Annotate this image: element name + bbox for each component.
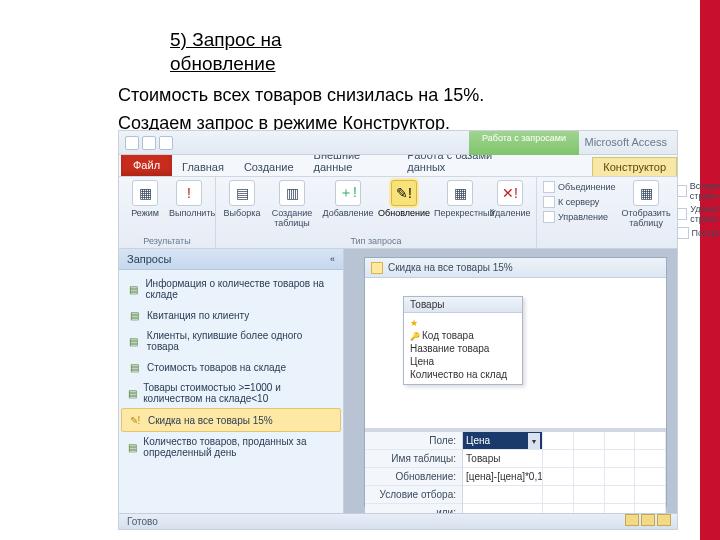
grid-label-update: Обновление:: [365, 468, 462, 486]
field-item[interactable]: Цена: [410, 355, 516, 368]
tab-design[interactable]: Конструктор: [592, 157, 677, 176]
qat-redo-icon[interactable]: [159, 136, 173, 150]
datasheet-view-icon[interactable]: [625, 514, 639, 526]
tab-home[interactable]: Главная: [172, 158, 234, 176]
titlebar: Работа с запросами Microsoft Access: [119, 131, 677, 155]
status-bar: Готово: [119, 513, 677, 529]
status-text: Готово: [127, 514, 158, 529]
insertrows-icon: [677, 185, 687, 197]
ribbon: ▦ Режим ! Выполнить Результаты ▤Выборка …: [119, 177, 677, 249]
slide-title-line2: обновление: [170, 52, 281, 76]
field-key[interactable]: Код товара: [410, 329, 516, 342]
design-area: Скидка на все товары 15% Товары Код това…: [344, 249, 677, 513]
collapse-chevron-icon[interactable]: «: [330, 254, 335, 264]
grid-column-empty[interactable]: [543, 432, 574, 513]
insert-rows-button[interactable]: Вставить строки: [677, 180, 720, 202]
grid-label-field: Поле:: [365, 432, 462, 450]
datadef-button[interactable]: Управление: [543, 210, 616, 224]
update-icon: ✎!: [391, 180, 417, 206]
builder-button[interactable]: Построитель: [677, 226, 720, 240]
query-grid: Поле: Имя таблицы: Обновление: Условие о…: [365, 428, 666, 513]
update-label: Обновление: [378, 208, 430, 218]
ribbon-group-query-setup: Объединение К серверу Управление ▦Отобра…: [537, 177, 720, 248]
field-item[interactable]: Название товара: [410, 342, 516, 355]
table-diagram-pane[interactable]: Товары Код товара Название товара Цена К…: [365, 278, 666, 428]
tab-file[interactable]: Файл: [121, 154, 172, 176]
select-query-icon: ▤: [127, 386, 137, 400]
view-button[interactable]: ▦ Режим: [125, 180, 165, 218]
run-label: Выполнить: [169, 208, 215, 218]
results-group-label: Результаты: [125, 235, 209, 246]
select-icon: ▤: [229, 180, 255, 206]
access-window: Работа с запросами Microsoft Access Файл…: [118, 130, 678, 530]
design-view-icon[interactable]: [657, 514, 671, 526]
qat-undo-icon[interactable]: [142, 136, 156, 150]
maketable-label: Создание таблицы: [272, 208, 313, 228]
ribbon-tabs: Файл Главная Создание Внешние данные Раб…: [119, 155, 677, 177]
builder-icon: [677, 227, 689, 239]
slide-red-accent: [700, 0, 720, 540]
query-window-title[interactable]: Скидка на все товары 15%: [365, 258, 666, 278]
crosstab-label: Перекрестный: [434, 208, 495, 218]
grid-or-cell[interactable]: [463, 504, 542, 513]
view-shortcuts: [625, 514, 677, 529]
grid-label-table: Имя таблицы:: [365, 450, 462, 468]
nav-header[interactable]: Запросы «: [119, 249, 343, 270]
grid-label-or: или:: [365, 504, 462, 513]
union-button[interactable]: Объединение: [543, 180, 616, 194]
deleterows-icon: [677, 208, 688, 220]
slide-title-line1: 5) Запрос на: [170, 28, 281, 52]
delete-icon: ✕!: [497, 180, 523, 206]
update-query-icon: [371, 262, 383, 274]
tab-create[interactable]: Создание: [234, 158, 304, 176]
slide-title: 5) Запрос на обновление: [170, 28, 281, 76]
query-item[interactable]: ▤Информация о количестве товаров на скла…: [121, 274, 341, 304]
field-star[interactable]: [410, 316, 516, 329]
append-query-button[interactable]: ＋!Добавление: [322, 180, 374, 218]
update-query-button[interactable]: ✎!Обновление: [378, 180, 430, 218]
query-design-window[interactable]: Скидка на все товары 15% Товары Код това…: [364, 257, 667, 507]
query-item[interactable]: ▤Стоимость товаров на складе: [121, 356, 341, 378]
query-item[interactable]: ▤Товары стоимостью >=1000 и количеством …: [121, 378, 341, 408]
qat-save-icon[interactable]: [125, 136, 139, 150]
run-icon: !: [176, 180, 202, 206]
crosstab-query-button[interactable]: ▦Перекрестный: [434, 180, 486, 218]
grid-column-empty[interactable]: [635, 432, 666, 513]
sql-view-icon[interactable]: [641, 514, 655, 526]
querytype-group-label: Тип запроса: [222, 235, 530, 246]
select-query-icon: ▤: [127, 308, 141, 322]
nav-header-text: Запросы: [127, 253, 171, 265]
show-table-button[interactable]: ▦Отобразить таблицу: [622, 180, 671, 246]
delete-rows-button[interactable]: Удалить строки: [677, 203, 720, 225]
query-item[interactable]: ▤Квитанция по клиенту: [121, 304, 341, 326]
passthrough-icon: [543, 196, 555, 208]
slide-subtitle-1: Стоимость всех товаров снизилась на 15%.: [118, 85, 484, 107]
table-box[interactable]: Товары Код товара Название товара Цена К…: [403, 296, 523, 385]
grid-label-criteria: Условие отбора:: [365, 486, 462, 504]
crosstab-icon: ▦: [447, 180, 473, 206]
grid-column-1[interactable]: Цена Товары [цена]-[цена]*0,15: [463, 432, 543, 513]
table-box-title[interactable]: Товары: [404, 297, 522, 313]
grid-update-cell[interactable]: [цена]-[цена]*0,15: [463, 468, 542, 486]
grid-criteria-cell[interactable]: [463, 486, 542, 504]
grid-columns: Цена Товары [цена]-[цена]*0,15: [463, 432, 666, 513]
contextual-tab-group: Работа с запросами: [469, 131, 579, 155]
select-query-icon: ▤: [127, 440, 137, 454]
maketable-query-button[interactable]: ▥Создание таблицы: [266, 180, 318, 228]
access-body: Запросы « ▤Информация о количестве товар…: [119, 249, 677, 513]
ribbon-group-query-type: ▤Выборка ▥Создание таблицы ＋!Добавление …: [216, 177, 537, 248]
grid-table-cell[interactable]: Товары: [463, 450, 542, 468]
query-item[interactable]: ▤Количество товаров, проданных за опреде…: [121, 432, 341, 462]
select-query-button[interactable]: ▤Выборка: [222, 180, 262, 218]
passthrough-button[interactable]: К серверу: [543, 195, 616, 209]
grid-column-empty[interactable]: [574, 432, 605, 513]
query-item[interactable]: ▤Клиенты, купившие более одного товара: [121, 326, 341, 356]
grid-field-cell[interactable]: Цена: [463, 432, 542, 450]
query-item-selected[interactable]: ✎!Скидка на все товары 15%: [121, 408, 341, 432]
grid-column-empty[interactable]: [605, 432, 636, 513]
run-button[interactable]: ! Выполнить: [169, 180, 209, 218]
field-item[interactable]: Количество на склад: [410, 368, 516, 381]
delete-query-button[interactable]: ✕!Удаление: [490, 180, 530, 218]
navigation-pane: Запросы « ▤Информация о количестве товар…: [119, 249, 344, 513]
maketable-icon: ▥: [279, 180, 305, 206]
